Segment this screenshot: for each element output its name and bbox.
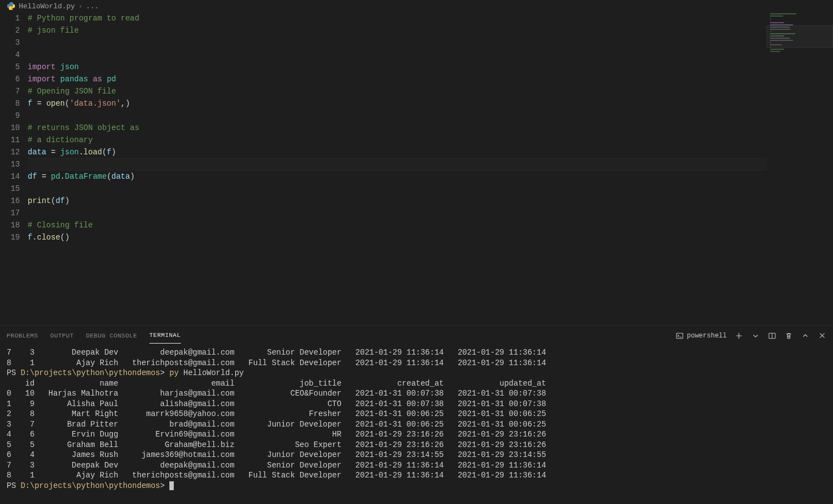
line-number: 5 bbox=[0, 61, 20, 73]
code-line[interactable]: # Opening JSON file bbox=[28, 85, 833, 97]
line-number: 3 bbox=[0, 37, 20, 49]
code-line[interactable]: # Closing file bbox=[28, 219, 833, 231]
line-number: 16 bbox=[0, 195, 20, 207]
code-line[interactable]: data = json.load(f) bbox=[28, 146, 833, 158]
tab-terminal[interactable]: TERMINAL bbox=[149, 328, 181, 344]
code-line[interactable]: import pandas as pd bbox=[28, 73, 833, 85]
line-number: 6 bbox=[0, 73, 20, 85]
chevron-down-icon[interactable] bbox=[751, 331, 760, 340]
code-line[interactable]: df = pd.DataFrame(data) bbox=[28, 170, 833, 183]
line-number: 13 bbox=[0, 158, 20, 170]
terminal-shell-selector[interactable]: powershell bbox=[676, 332, 727, 340]
code-line[interactable] bbox=[28, 158, 833, 170]
code-line[interactable]: # Python program to read bbox=[28, 12, 833, 24]
line-number: 9 bbox=[0, 110, 20, 122]
code-line[interactable]: # a dictionary bbox=[28, 134, 833, 146]
code-line[interactable] bbox=[28, 183, 833, 195]
tab-output[interactable]: OUTPUT bbox=[50, 328, 74, 344]
code-line[interactable]: f.close() bbox=[28, 231, 833, 243]
line-number: 2 bbox=[0, 24, 20, 37]
python-file-icon bbox=[7, 2, 15, 11]
code-line[interactable]: # returns JSON object as bbox=[28, 122, 833, 134]
code-line[interactable]: f = open('data.json',) bbox=[28, 97, 833, 110]
code-line[interactable] bbox=[28, 37, 833, 49]
svg-rect-0 bbox=[676, 333, 682, 339]
line-number: 17 bbox=[0, 207, 20, 219]
line-number: 8 bbox=[0, 97, 20, 110]
code-line[interactable] bbox=[28, 207, 833, 219]
bottom-panel: PROBLEMS OUTPUT DEBUG CONSOLE TERMINAL p… bbox=[0, 325, 833, 504]
panel-tab-bar: PROBLEMS OUTPUT DEBUG CONSOLE TERMINAL p… bbox=[0, 326, 833, 345]
line-number: 10 bbox=[0, 122, 20, 134]
terminal-output[interactable]: 7 3 Deepak Dev deepak@gmail.com Senior D… bbox=[0, 345, 833, 504]
breadcrumb-file[interactable]: HelloWorld.py bbox=[19, 2, 75, 11]
terminal-icon bbox=[676, 332, 684, 340]
line-number: 15 bbox=[0, 183, 20, 195]
line-number: 4 bbox=[0, 49, 20, 61]
maximize-panel-button[interactable] bbox=[801, 331, 810, 340]
breadcrumb-separator: › bbox=[78, 2, 82, 11]
code-line[interactable]: print(df) bbox=[28, 195, 833, 207]
minimap[interactable] bbox=[767, 12, 833, 325]
line-number: 11 bbox=[0, 134, 20, 146]
split-terminal-button[interactable] bbox=[768, 331, 777, 340]
line-number: 1 bbox=[0, 12, 20, 24]
line-number: 7 bbox=[0, 85, 20, 97]
line-number: 12 bbox=[0, 146, 20, 158]
line-number: 14 bbox=[0, 170, 20, 183]
code-line[interactable] bbox=[28, 110, 833, 122]
line-number: 18 bbox=[0, 219, 20, 231]
new-terminal-button[interactable] bbox=[734, 331, 743, 340]
code-line[interactable]: # json file bbox=[28, 24, 833, 37]
code-area[interactable]: # Python program to read# json file impo… bbox=[28, 12, 833, 325]
shell-name: powershell bbox=[687, 332, 727, 340]
breadcrumb[interactable]: HelloWorld.py › ... bbox=[0, 0, 833, 12]
close-panel-button[interactable] bbox=[818, 331, 826, 340]
line-number-gutter: 12345678910111213141516171819 bbox=[0, 12, 28, 325]
tab-problems[interactable]: PROBLEMS bbox=[7, 328, 38, 344]
code-line[interactable]: import json bbox=[28, 61, 833, 73]
code-line[interactable] bbox=[28, 49, 833, 61]
code-editor[interactable]: 12345678910111213141516171819 # Python p… bbox=[0, 12, 833, 325]
breadcrumb-ellipsis[interactable]: ... bbox=[86, 2, 99, 11]
line-number: 19 bbox=[0, 231, 20, 243]
kill-terminal-button[interactable] bbox=[784, 331, 793, 340]
tab-debug-console[interactable]: DEBUG CONSOLE bbox=[86, 328, 137, 344]
